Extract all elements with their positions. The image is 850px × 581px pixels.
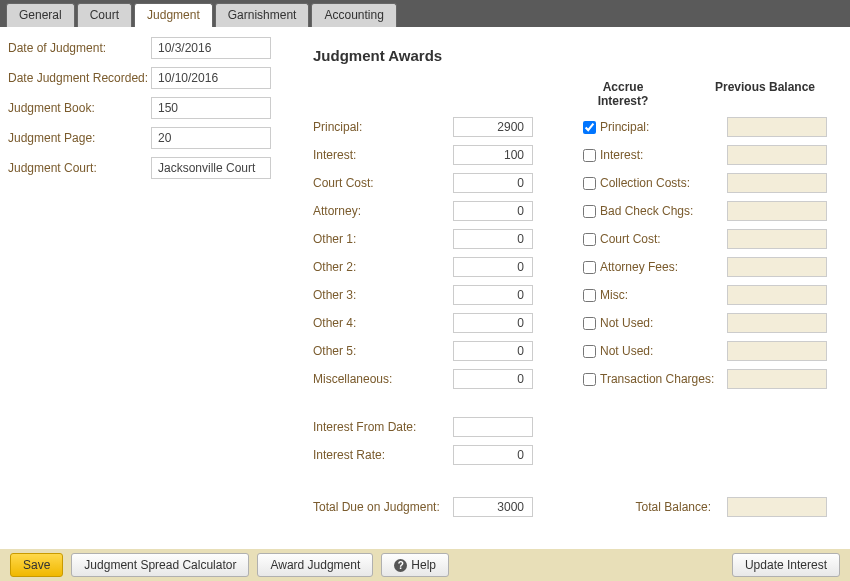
accrue-trans-checkbox[interactable] (583, 373, 596, 386)
other2-input[interactable] (453, 257, 533, 277)
accrue-badcheck-checkbox[interactable] (583, 205, 596, 218)
accrue-attorneyfees-checkbox[interactable] (583, 261, 596, 274)
other1-label: Other 1: (313, 232, 453, 246)
accrue-misc-label: Misc: (600, 288, 628, 302)
accrue-interest-checkbox[interactable] (583, 149, 596, 162)
principal-input[interactable] (453, 117, 533, 137)
other3-label: Other 3: (313, 288, 453, 302)
tab-bar: General Court Judgment Garnishment Accou… (0, 0, 850, 27)
judgment-page-label: Judgment Page: (8, 131, 151, 145)
interest-rate-label: Interest Rate: (313, 448, 453, 462)
prev-principal-input[interactable] (727, 117, 827, 137)
tab-court[interactable]: Court (77, 3, 132, 27)
section-title: Judgment Awards (313, 47, 832, 64)
other4-label: Other 4: (313, 316, 453, 330)
prev-collection-input[interactable] (727, 173, 827, 193)
right-column: Judgment Awards AccrueInterest? Previous… (293, 37, 842, 537)
attorney-input[interactable] (453, 201, 533, 221)
help-button[interactable]: ? Help (381, 553, 449, 577)
accrue-trans-label: Transaction Charges: (600, 372, 714, 386)
prev-attorneyfees-input[interactable] (727, 257, 827, 277)
other5-label: Other 5: (313, 344, 453, 358)
other4-input[interactable] (453, 313, 533, 333)
date-of-judgment-input[interactable] (151, 37, 271, 59)
judgment-book-label: Judgment Book: (8, 101, 151, 115)
other1-input[interactable] (453, 229, 533, 249)
tab-accounting[interactable]: Accounting (311, 3, 396, 27)
accrue-notused2-checkbox[interactable] (583, 345, 596, 358)
total-due-input[interactable] (453, 497, 533, 517)
principal-label: Principal: (313, 120, 453, 134)
accrue-attorneyfees-label: Attorney Fees: (600, 260, 678, 274)
total-balance-label: Total Balance: (583, 500, 723, 514)
judgment-book-input[interactable] (151, 97, 271, 119)
courtcost-label: Court Cost: (313, 176, 453, 190)
award-judgment-button[interactable]: Award Judgment (257, 553, 373, 577)
judgment-court-input[interactable] (151, 157, 271, 179)
prev-courtcost-input[interactable] (727, 229, 827, 249)
miscellaneous-input[interactable] (453, 369, 533, 389)
courtcost-input[interactable] (453, 173, 533, 193)
accrue-misc-checkbox[interactable] (583, 289, 596, 302)
accrue-collection-label: Collection Costs: (600, 176, 690, 190)
accrue-courtcost-label: Court Cost: (600, 232, 661, 246)
previous-balance-header: Previous Balance (705, 80, 825, 108)
save-button[interactable]: Save (10, 553, 63, 577)
accrue-notused1-label: Not Used: (600, 316, 653, 330)
spread-calculator-button[interactable]: Judgment Spread Calculator (71, 553, 249, 577)
column-headers: AccrueInterest? Previous Balance (313, 80, 832, 108)
prev-interest-input[interactable] (727, 145, 827, 165)
interest-from-date-label: Interest From Date: (313, 420, 453, 434)
judgment-court-label: Judgment Court: (8, 161, 151, 175)
help-label: Help (411, 558, 436, 572)
tab-general[interactable]: General (6, 3, 75, 27)
interest-from-date-input[interactable] (453, 417, 533, 437)
total-due-label: Total Due on Judgment: (313, 500, 453, 514)
accrue-notused2-label: Not Used: (600, 344, 653, 358)
date-of-judgment-label: Date of Judgment: (8, 41, 151, 55)
interest-label: Interest: (313, 148, 453, 162)
prev-notused2-input[interactable] (727, 341, 827, 361)
help-icon: ? (394, 559, 407, 572)
interest-input[interactable] (453, 145, 533, 165)
other2-label: Other 2: (313, 260, 453, 274)
accrue-interest-label: Interest: (600, 148, 643, 162)
prev-misc-input[interactable] (727, 285, 827, 305)
date-recorded-input[interactable] (151, 67, 271, 89)
accrue-collection-checkbox[interactable] (583, 177, 596, 190)
accrue-courtcost-checkbox[interactable] (583, 233, 596, 246)
prev-badcheck-input[interactable] (727, 201, 827, 221)
accrue-badcheck-label: Bad Check Chgs: (600, 204, 693, 218)
tab-judgment[interactable]: Judgment (134, 3, 213, 27)
accrue-principal-checkbox[interactable] (583, 121, 596, 134)
tab-garnishment[interactable]: Garnishment (215, 3, 310, 27)
left-column: Date of Judgment: Date Judgment Recorded… (8, 37, 293, 537)
total-balance-input[interactable] (727, 497, 827, 517)
prev-notused1-input[interactable] (727, 313, 827, 333)
date-recorded-label: Date Judgment Recorded: (8, 71, 151, 85)
interest-rate-input[interactable] (453, 445, 533, 465)
prev-trans-input[interactable] (727, 369, 827, 389)
update-interest-button[interactable]: Update Interest (732, 553, 840, 577)
other5-input[interactable] (453, 341, 533, 361)
judgment-page-input[interactable] (151, 127, 271, 149)
accrue-header: AccrueInterest? (553, 80, 693, 108)
footer-bar: Save Judgment Spread Calculator Award Ju… (0, 549, 850, 581)
other3-input[interactable] (453, 285, 533, 305)
miscellaneous-label: Miscellaneous: (313, 372, 453, 386)
accrue-principal-label: Principal: (600, 120, 649, 134)
attorney-label: Attorney: (313, 204, 453, 218)
accrue-notused1-checkbox[interactable] (583, 317, 596, 330)
